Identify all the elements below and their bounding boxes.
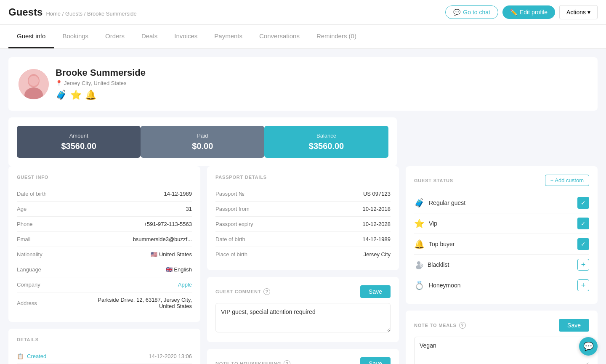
meals-note-card: NOTE TO MEALS ? Save Vegan	[406, 311, 598, 364]
info-row-phone: Phone +591-972-113-5563	[17, 217, 192, 232]
housekeeping-title: NOTE TO HOUSEKEEPING ?	[215, 360, 290, 364]
dob-value: 14-12-1989	[164, 191, 192, 197]
regular-guest-icon: 🧳	[414, 198, 425, 208]
balance-balance: Balance $3560.00	[264, 126, 388, 158]
phone-value: +591-972-113-5563	[144, 221, 192, 227]
breadcrumb-guests[interactable]: Guests	[65, 11, 82, 17]
vip-label: Vip	[429, 220, 437, 227]
passport-number-label: Passport №	[215, 191, 245, 197]
status-honeymoon: 💍 Honeymoon +	[414, 275, 589, 295]
breadcrumb-current: Brooke Summerside	[87, 11, 137, 17]
top-row: Brooke Summerside 📍 Jersey City, United …	[0, 49, 606, 166]
guest-badges: 🧳 ⭐ 🔔	[56, 90, 587, 101]
nationality-value: 🇺🇸 United States	[151, 251, 192, 258]
info-row-email: Email bsummerside3@buzzf...	[17, 232, 192, 247]
top-buyer-check[interactable]: ✓	[577, 238, 589, 250]
meals-help-icon[interactable]: ?	[459, 322, 466, 329]
edit-profile-button[interactable]: ✏️ Edit profile	[502, 5, 555, 19]
language-label: Language	[17, 266, 41, 273]
meals-save-button[interactable]: Save	[559, 319, 589, 332]
balance-amount: Amount $3560.00	[17, 126, 141, 158]
comment-header: GUEST COMMENT ? Save	[215, 285, 391, 298]
tab-conversations[interactable]: Conversations	[251, 25, 308, 48]
actions-button[interactable]: Actions ▾	[559, 5, 598, 19]
email-label: Email	[17, 236, 31, 242]
chat-bubble-button[interactable]: 💬	[579, 337, 598, 356]
vip-icon: ⭐	[414, 218, 425, 228]
honeymoon-icon: 💍	[414, 280, 425, 290]
age-label: Age	[17, 206, 27, 212]
meals-title: NOTE TO MEALS ?	[414, 322, 466, 329]
passport-row-dob: Date of birth 14-12-1989	[215, 232, 391, 247]
details-title: DETAILS	[17, 337, 192, 342]
status-regular-guest: 🧳 Regular guest ✓	[414, 193, 589, 213]
passport-pob-value: Jersey City	[364, 251, 391, 258]
column-3: GUEST STATUS + Add custom 🧳 Regular gues…	[406, 166, 598, 364]
chat-icon: 💬	[453, 9, 460, 16]
header-actions: 💬 Go to chat ✏️ Edit profile Actions ▾	[445, 5, 598, 19]
comment-save-button[interactable]: Save	[360, 285, 391, 298]
email-value: bsummerside3@buzzf...	[133, 236, 192, 242]
status-vip: ⭐ Vip ✓	[414, 213, 589, 234]
balance-card: Amount $3560.00 Paid $0.00 Balance $3560…	[8, 117, 397, 166]
breadcrumb: Home / Guests / Brooke Summerside	[46, 11, 136, 17]
blacklist-add[interactable]: +	[577, 259, 589, 271]
comment-help-icon[interactable]: ?	[263, 288, 270, 295]
header: Guests Home / Guests / Brooke Summerside…	[0, 0, 606, 25]
honeymoon-add[interactable]: +	[577, 279, 589, 291]
guest-comment-textarea[interactable]: VIP guest, special attention required	[215, 303, 391, 332]
info-row-dob: Date of birth 14-12-1989	[17, 186, 192, 202]
checkmark-icon: ✓	[581, 241, 586, 247]
tab-orders[interactable]: Orders	[97, 25, 133, 48]
svg-point-3	[29, 76, 39, 86]
passport-dob-label: Date of birth	[215, 236, 245, 242]
guest-comment-card: GUEST COMMENT ? Save VIP guest, special …	[207, 277, 399, 342]
housekeeping-header: NOTE TO HOUSEKEEPING ? Save	[215, 357, 391, 364]
vip-check[interactable]: ✓	[577, 218, 589, 229]
details-card: DETAILS 📋 Created 14-12-2020 13:06 📱 Mob…	[8, 329, 200, 364]
avatar	[19, 69, 49, 99]
guest-info-title: GUEST INFO	[17, 175, 192, 180]
guest-info-card: GUEST INFO Date of birth 14-12-1989 Age …	[8, 166, 200, 322]
go-to-chat-button[interactable]: 💬 Go to chat	[445, 5, 498, 19]
badge-luggage-icon: 🧳	[56, 90, 67, 101]
tab-reminders[interactable]: Reminders (0)	[308, 25, 365, 48]
info-row-nationality: Nationality 🇺🇸 United States	[17, 247, 192, 262]
passport-row-from: Passport from 10-12-2018	[215, 202, 391, 217]
guest-name: Brooke Summerside	[56, 67, 587, 78]
badge-bell-icon: 🔔	[85, 90, 96, 101]
tab-bookings[interactable]: Bookings	[54, 25, 97, 48]
housekeeping-help-icon[interactable]: ?	[284, 360, 290, 364]
tab-payments[interactable]: Payments	[206, 25, 251, 48]
nationality-label: Nationality	[17, 251, 43, 258]
housekeeping-save-button[interactable]: Save	[360, 357, 391, 364]
top-buyer-icon: 🔔	[414, 239, 425, 249]
checkmark-icon: ✓	[581, 199, 586, 206]
age-value: 31	[186, 206, 192, 212]
passport-row-number: Passport № US 097123	[215, 186, 391, 202]
location-pin-icon: 📍	[56, 80, 62, 86]
main-content: GUEST INFO Date of birth 14-12-1989 Age …	[0, 166, 606, 364]
balance-paid: Paid $0.00	[141, 126, 264, 158]
info-row-language: Language 🇬🇧 English	[17, 262, 192, 277]
tab-guest-info[interactable]: Guest info	[8, 25, 54, 48]
passport-title: PASSPORT DETAILS	[215, 175, 391, 180]
tab-invoices[interactable]: Invoices	[166, 25, 206, 48]
blacklist-icon: ✕	[414, 260, 423, 269]
add-custom-button[interactable]: + Add custom	[545, 175, 589, 186]
tab-deals[interactable]: Deals	[133, 25, 166, 48]
company-value[interactable]: Apple	[178, 282, 192, 288]
info-row-age: Age 31	[17, 202, 192, 217]
app-title: Guests	[8, 6, 43, 18]
header-left: Guests Home / Guests / Brooke Summerside	[8, 6, 137, 18]
meals-note-textarea[interactable]: Vegan	[414, 337, 589, 364]
guest-status-card: GUEST STATUS + Add custom 🧳 Regular gues…	[406, 166, 598, 304]
guest-location: 📍 Jersey City, United States	[56, 80, 587, 86]
info-row-company: Company Apple	[17, 277, 192, 292]
address-label: Address	[17, 300, 37, 306]
regular-guest-check[interactable]: ✓	[577, 197, 589, 209]
passport-expiry-label: Passport expiry	[215, 221, 253, 227]
tabs-bar: Guest info Bookings Orders Deals Invoice…	[0, 25, 606, 49]
passport-card: PASSPORT DETAILS Passport № US 097123 Pa…	[207, 166, 399, 270]
breadcrumb-home[interactable]: Home	[46, 11, 61, 17]
